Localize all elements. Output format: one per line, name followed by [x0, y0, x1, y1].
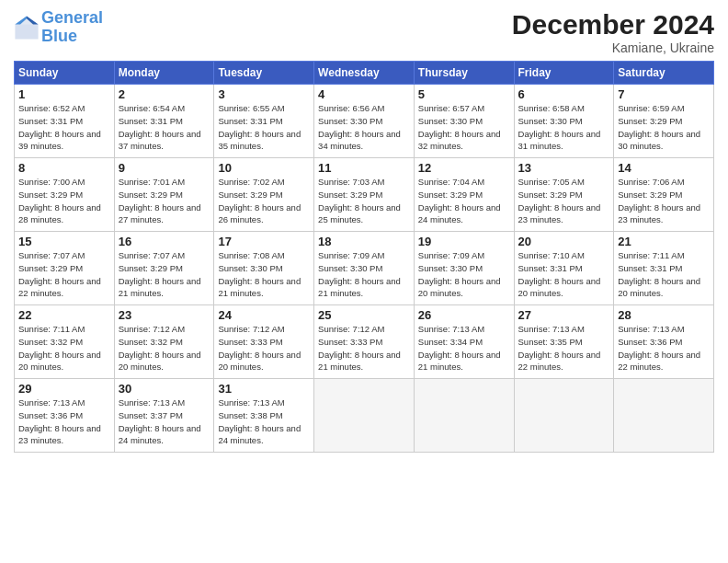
day-number: 15	[18, 235, 110, 248]
day-number: 28	[618, 308, 710, 322]
day-number: 1	[18, 87, 110, 101]
day-cell: 22 Sunrise: 7:11 AM Sunset: 3:32 PM Dayl…	[15, 305, 115, 379]
sun-info: Sunrise: 7:13 AM Sunset: 3:38 PM Dayligh…	[218, 396, 310, 447]
col-friday: Friday	[514, 62, 614, 85]
logo: General Blue	[14, 9, 103, 46]
sun-info: Sunrise: 7:08 AM Sunset: 3:30 PM Dayligh…	[218, 249, 310, 300]
day-number: 2	[119, 87, 210, 101]
day-number: 7	[618, 87, 710, 101]
sun-info: Sunrise: 6:57 AM Sunset: 3:30 PM Dayligh…	[418, 102, 510, 153]
sun-info: Sunrise: 7:02 AM Sunset: 3:29 PM Dayligh…	[218, 176, 310, 226]
sun-info: Sunrise: 7:05 AM Sunset: 3:29 PM Dayligh…	[518, 176, 610, 226]
sun-info: Sunrise: 7:13 AM Sunset: 3:35 PM Dayligh…	[518, 323, 610, 373]
empty-cell	[414, 379, 514, 453]
day-number: 31	[218, 382, 310, 396]
day-cell: 23 Sunrise: 7:12 AM Sunset: 3:32 PM Dayl…	[114, 305, 214, 379]
sun-info: Sunrise: 7:09 AM Sunset: 3:30 PM Dayligh…	[318, 249, 410, 300]
svg-rect-3	[15, 24, 38, 39]
sun-info: Sunrise: 7:03 AM Sunset: 3:29 PM Dayligh…	[318, 176, 410, 226]
empty-cell	[614, 379, 714, 453]
day-number: 29	[18, 382, 110, 396]
day-cell: 12 Sunrise: 7:04 AM Sunset: 3:29 PM Dayl…	[414, 158, 514, 232]
day-cell: 1 Sunrise: 6:52 AM Sunset: 3:31 PM Dayli…	[15, 85, 115, 158]
day-number: 24	[218, 308, 310, 322]
day-cell: 10 Sunrise: 7:02 AM Sunset: 3:29 PM Dayl…	[214, 158, 314, 232]
day-number: 30	[119, 382, 210, 396]
day-number: 12	[418, 161, 510, 175]
day-number: 20	[518, 235, 610, 248]
day-cell: 3 Sunrise: 6:55 AM Sunset: 3:31 PM Dayli…	[214, 85, 314, 158]
sun-info: Sunrise: 7:11 AM Sunset: 3:32 PM Dayligh…	[18, 323, 110, 373]
day-number: 23	[119, 308, 210, 322]
header: General Blue December 2024 Kamiane, Ukra…	[14, 9, 714, 55]
day-cell: 11 Sunrise: 7:03 AM Sunset: 3:29 PM Dayl…	[314, 158, 415, 232]
day-cell: 15 Sunrise: 7:07 AM Sunset: 3:29 PM Dayl…	[15, 232, 115, 305]
month-title: December 2024	[512, 9, 714, 40]
sun-info: Sunrise: 6:56 AM Sunset: 3:30 PM Dayligh…	[318, 102, 410, 153]
day-number: 13	[518, 161, 610, 175]
day-number: 21	[618, 235, 710, 248]
day-number: 14	[618, 161, 710, 175]
day-cell: 16 Sunrise: 7:07 AM Sunset: 3:29 PM Dayl…	[114, 232, 214, 305]
day-number: 3	[218, 87, 310, 101]
empty-cell	[314, 379, 415, 453]
page: General Blue December 2024 Kamiane, Ukra…	[0, 0, 728, 563]
day-number: 18	[318, 235, 410, 248]
sun-info: Sunrise: 7:01 AM Sunset: 3:29 PM Dayligh…	[119, 176, 210, 226]
week-row: 22 Sunrise: 7:11 AM Sunset: 3:32 PM Dayl…	[15, 305, 714, 379]
col-sunday: Sunday	[15, 62, 115, 85]
col-monday: Monday	[114, 62, 214, 85]
day-cell: 19 Sunrise: 7:09 AM Sunset: 3:30 PM Dayl…	[414, 232, 514, 305]
day-number: 26	[418, 308, 510, 322]
location-title: Kamiane, Ukraine	[512, 40, 714, 55]
sun-info: Sunrise: 6:58 AM Sunset: 3:30 PM Dayligh…	[518, 102, 610, 153]
day-cell: 30 Sunrise: 7:13 AM Sunset: 3:37 PM Dayl…	[114, 379, 214, 453]
day-number: 11	[318, 161, 410, 175]
sun-info: Sunrise: 7:04 AM Sunset: 3:29 PM Dayligh…	[418, 176, 510, 226]
day-cell: 7 Sunrise: 6:59 AM Sunset: 3:29 PM Dayli…	[614, 85, 714, 158]
day-cell: 29 Sunrise: 7:13 AM Sunset: 3:36 PM Dayl…	[15, 379, 115, 453]
sun-info: Sunrise: 7:12 AM Sunset: 3:32 PM Dayligh…	[119, 323, 210, 373]
day-number: 16	[119, 235, 210, 248]
sun-info: Sunrise: 7:07 AM Sunset: 3:29 PM Dayligh…	[119, 249, 210, 300]
day-number: 9	[119, 161, 210, 175]
day-cell: 21 Sunrise: 7:11 AM Sunset: 3:31 PM Dayl…	[614, 232, 714, 305]
day-number: 8	[18, 161, 110, 175]
sun-info: Sunrise: 6:52 AM Sunset: 3:31 PM Dayligh…	[18, 102, 110, 153]
day-cell: 24 Sunrise: 7:12 AM Sunset: 3:33 PM Dayl…	[214, 305, 314, 379]
sun-info: Sunrise: 7:09 AM Sunset: 3:30 PM Dayligh…	[418, 249, 510, 300]
day-cell: 31 Sunrise: 7:13 AM Sunset: 3:38 PM Dayl…	[214, 379, 314, 453]
day-number: 25	[318, 308, 410, 322]
header-row: Sunday Monday Tuesday Wednesday Thursday…	[15, 62, 714, 85]
day-number: 22	[18, 308, 110, 322]
week-row: 1 Sunrise: 6:52 AM Sunset: 3:31 PM Dayli…	[15, 85, 714, 158]
week-row: 8 Sunrise: 7:00 AM Sunset: 3:29 PM Dayli…	[15, 158, 714, 232]
day-cell: 13 Sunrise: 7:05 AM Sunset: 3:29 PM Dayl…	[514, 158, 614, 232]
logo-icon	[14, 15, 40, 40]
sun-info: Sunrise: 7:13 AM Sunset: 3:36 PM Dayligh…	[18, 396, 110, 447]
sun-info: Sunrise: 7:07 AM Sunset: 3:29 PM Dayligh…	[18, 249, 110, 300]
sun-info: Sunrise: 6:54 AM Sunset: 3:31 PM Dayligh…	[119, 102, 210, 153]
day-cell: 27 Sunrise: 7:13 AM Sunset: 3:35 PM Dayl…	[514, 305, 614, 379]
sun-info: Sunrise: 7:11 AM Sunset: 3:31 PM Dayligh…	[618, 249, 710, 300]
col-thursday: Thursday	[414, 62, 514, 85]
calendar-table: Sunday Monday Tuesday Wednesday Thursday…	[14, 61, 714, 453]
day-cell: 28 Sunrise: 7:13 AM Sunset: 3:36 PM Dayl…	[614, 305, 714, 379]
sun-info: Sunrise: 6:59 AM Sunset: 3:29 PM Dayligh…	[618, 102, 710, 153]
sun-info: Sunrise: 7:13 AM Sunset: 3:34 PM Dayligh…	[418, 323, 510, 373]
sun-info: Sunrise: 7:00 AM Sunset: 3:29 PM Dayligh…	[18, 176, 110, 226]
day-cell: 18 Sunrise: 7:09 AM Sunset: 3:30 PM Dayl…	[314, 232, 415, 305]
col-wednesday: Wednesday	[314, 62, 415, 85]
sun-info: Sunrise: 7:06 AM Sunset: 3:29 PM Dayligh…	[618, 176, 710, 226]
day-cell: 20 Sunrise: 7:10 AM Sunset: 3:31 PM Dayl…	[514, 232, 614, 305]
title-block: December 2024 Kamiane, Ukraine	[512, 9, 714, 55]
sun-info: Sunrise: 7:10 AM Sunset: 3:31 PM Dayligh…	[518, 249, 610, 300]
day-cell: 2 Sunrise: 6:54 AM Sunset: 3:31 PM Dayli…	[114, 85, 214, 158]
logo-text: General Blue	[41, 9, 103, 46]
day-number: 4	[318, 87, 410, 101]
day-cell: 17 Sunrise: 7:08 AM Sunset: 3:30 PM Dayl…	[214, 232, 314, 305]
day-cell: 9 Sunrise: 7:01 AM Sunset: 3:29 PM Dayli…	[114, 158, 214, 232]
sun-info: Sunrise: 7:13 AM Sunset: 3:36 PM Dayligh…	[618, 323, 710, 373]
sun-info: Sunrise: 7:13 AM Sunset: 3:37 PM Dayligh…	[119, 396, 210, 447]
day-cell: 14 Sunrise: 7:06 AM Sunset: 3:29 PM Dayl…	[614, 158, 714, 232]
